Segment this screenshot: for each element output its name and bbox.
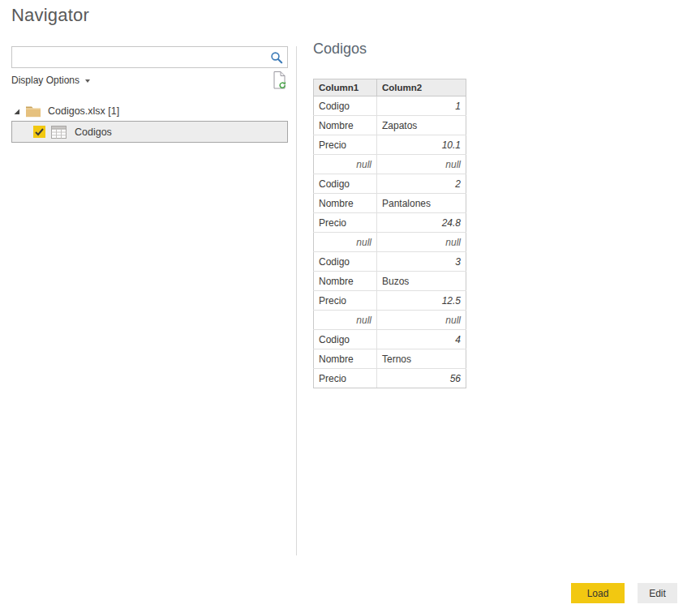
table-grid-icon	[51, 126, 67, 139]
check-icon	[33, 126, 45, 138]
table-cell: Nombre	[314, 116, 377, 135]
table-cell: null	[377, 155, 466, 174]
table-cell: Ternos	[377, 349, 466, 369]
load-button[interactable]: Load	[571, 583, 625, 603]
display-options-label: Display Options	[11, 75, 79, 86]
table-cell: Zapatos	[377, 116, 466, 135]
table-cell: null	[377, 311, 466, 330]
table-row: NombreBuzos	[314, 272, 466, 291]
table-cell: Buzos	[377, 272, 466, 291]
table-cell: null	[314, 233, 377, 252]
search-box	[11, 46, 288, 68]
table-row: Codigo3	[314, 252, 466, 272]
file-refresh-icon	[273, 71, 288, 91]
table-cell: 2	[377, 174, 466, 194]
table-cell: Precio	[314, 369, 377, 388]
table-row: Precio56	[314, 369, 466, 388]
table-row: Precio24.8	[314, 213, 466, 233]
expanded-triangle-icon	[13, 108, 20, 115]
tree-node-workbook[interactable]: Codigos.xlsx [1]	[13, 103, 119, 119]
column-header: Column1	[314, 79, 377, 96]
table-cell: 3	[377, 252, 466, 272]
table-row: nullnull	[314, 311, 466, 330]
table-cell: Nombre	[314, 349, 377, 369]
table-row: NombreTernos	[314, 349, 466, 369]
table-row: nullnull	[314, 155, 466, 174]
table-cell: Codigo	[314, 96, 377, 116]
table-row: Codigo4	[314, 330, 466, 349]
table-row: nullnull	[314, 233, 466, 252]
table-row: Precio12.5	[314, 291, 466, 311]
table-row: NombrePantalones	[314, 194, 466, 213]
display-options-dropdown[interactable]: Display Options	[11, 75, 90, 86]
table-cell: 12.5	[377, 291, 466, 311]
search-icon[interactable]	[270, 51, 283, 64]
table-cell: 24.8	[377, 213, 466, 233]
table-header-row: Column1 Column2	[314, 79, 466, 96]
table-cell: Pantalones	[377, 194, 466, 213]
table-cell: 56	[377, 369, 466, 388]
table-row: Codigo1	[314, 96, 466, 116]
table-row: NombreZapatos	[314, 116, 466, 135]
table-cell: null	[314, 155, 377, 174]
table-row: Codigo2	[314, 174, 466, 194]
edit-button[interactable]: Edit	[638, 583, 677, 603]
table-cell: Codigo	[314, 252, 377, 272]
preview-title: Codigos	[313, 41, 367, 58]
table-row: Precio10.1	[314, 135, 466, 155]
search-input[interactable]	[17, 47, 260, 67]
table-cell: 1	[377, 96, 466, 116]
refresh-preview-button[interactable]	[273, 71, 288, 91]
preview-table: Column1 Column2 Codigo1NombreZapatosPrec…	[313, 79, 466, 388]
table-cell: null	[314, 311, 377, 330]
panel-divider	[296, 46, 297, 555]
column-header: Column2	[377, 79, 466, 96]
table-cell: null	[377, 233, 466, 252]
navigator-dialog: Navigator Display Options	[0, 0, 700, 613]
preview-table-body: Codigo1NombreZapatosPrecio10.1nullnullCo…	[314, 96, 466, 388]
table-cell: Precio	[314, 135, 377, 155]
chevron-down-icon	[85, 79, 90, 83]
tree-node-workbook-label: Codigos.xlsx [1]	[48, 105, 119, 117]
table-cell: Nombre	[314, 194, 377, 213]
page-title: Navigator	[11, 5, 89, 26]
tree-item-codigos[interactable]: Codigos	[11, 121, 288, 143]
folder-icon	[25, 105, 41, 118]
table-cell: 10.1	[377, 135, 466, 155]
table-checkbox[interactable]	[33, 126, 45, 138]
table-cell: 4	[377, 330, 466, 349]
tree-item-label: Codigos	[75, 126, 112, 138]
table-cell: Codigo	[314, 330, 377, 349]
table-cell: Precio	[314, 291, 377, 311]
table-cell: Nombre	[314, 272, 377, 291]
table-cell: Codigo	[314, 174, 377, 194]
table-cell: Precio	[314, 213, 377, 233]
